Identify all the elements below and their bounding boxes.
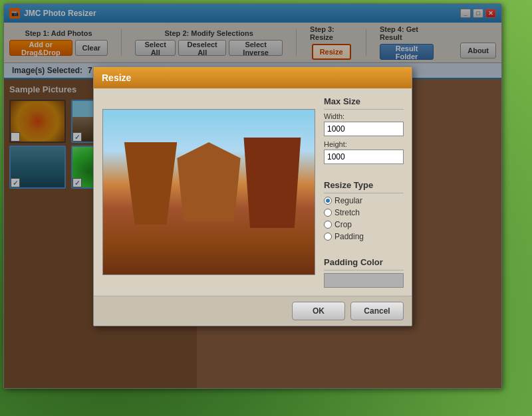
radio-label-regular: Regular xyxy=(334,196,362,205)
radio-regular[interactable]: Regular xyxy=(324,196,404,205)
divider-1 xyxy=(324,109,404,110)
mesa-center xyxy=(177,142,240,221)
resize-type-radio-group: Regular Stretch Crop xyxy=(324,196,404,241)
cancel-button[interactable]: Cancel xyxy=(350,302,404,320)
radio-circle-stretch xyxy=(324,209,332,217)
content-area: Sample Pictures xyxy=(4,79,501,388)
padding-color-section: Padding Color xyxy=(324,257,404,288)
height-input[interactable] xyxy=(324,150,404,164)
radio-circle-padding xyxy=(324,233,332,241)
mesa-left xyxy=(124,142,178,225)
dialog-image-area xyxy=(102,96,316,288)
width-label: Width: xyxy=(324,112,404,120)
radio-circle-crop xyxy=(324,221,332,229)
dialog-controls: Max Size Width: Height: Resize Type xyxy=(324,96,404,288)
dialog-title: Resize xyxy=(102,79,131,83)
radio-padding[interactable]: Padding xyxy=(324,232,404,241)
dialog-preview xyxy=(102,109,315,275)
radio-label-stretch: Stretch xyxy=(334,208,360,217)
radio-label-crop: Crop xyxy=(334,220,352,229)
radio-label-padding: Padding xyxy=(334,232,364,241)
dialog-footer: OK Cancel xyxy=(94,296,412,326)
divider-3 xyxy=(324,270,404,270)
max-size-title: Max Size xyxy=(324,96,404,106)
radio-circle-regular xyxy=(324,197,332,205)
dialog-title-bar: Resize xyxy=(94,79,412,88)
padding-color-picker[interactable] xyxy=(324,273,404,288)
resize-type-title: Resize Type xyxy=(324,180,404,190)
dialog-overlay: Resize xyxy=(4,79,501,388)
height-label: Height: xyxy=(324,140,404,148)
app-window: 📷 JMC Photo Resizer _ □ ✕ Step 1: Add Ph… xyxy=(3,3,502,389)
max-size-section: Max Size Width: Height: xyxy=(324,96,404,164)
width-input[interactable] xyxy=(324,122,404,136)
preview-landscape xyxy=(103,110,315,274)
resize-type-section: Resize Type Regular Stretch xyxy=(324,180,404,241)
radio-crop[interactable]: Crop xyxy=(324,220,404,229)
mesa-right xyxy=(241,138,304,228)
divider-2 xyxy=(324,193,404,193)
padding-color-title: Padding Color xyxy=(324,257,404,267)
resize-dialog: Resize xyxy=(93,79,412,326)
radio-stretch[interactable]: Stretch xyxy=(324,208,404,217)
dialog-body: Max Size Width: Height: Resize Type xyxy=(94,88,412,296)
ok-button[interactable]: OK xyxy=(292,302,345,320)
